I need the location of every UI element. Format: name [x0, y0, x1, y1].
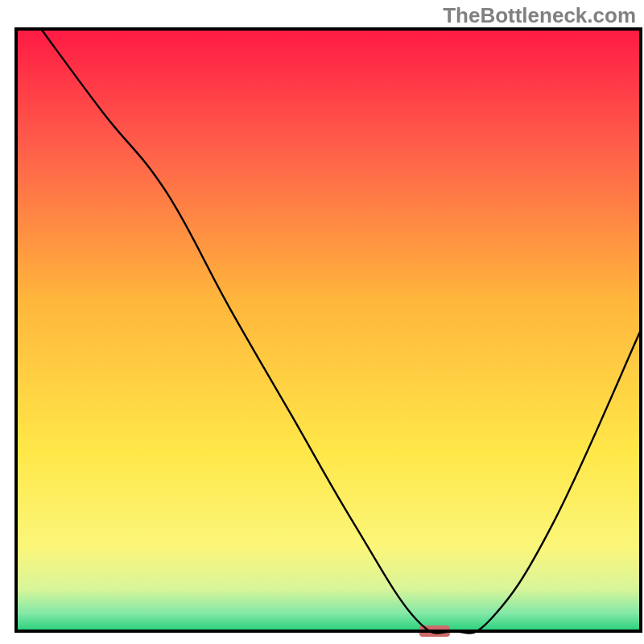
plot-background [16, 29, 641, 631]
bottleneck-chart: TheBottleneck.com [0, 0, 644, 644]
chart-svg [0, 0, 644, 644]
watermark-text: TheBottleneck.com [443, 3, 636, 28]
